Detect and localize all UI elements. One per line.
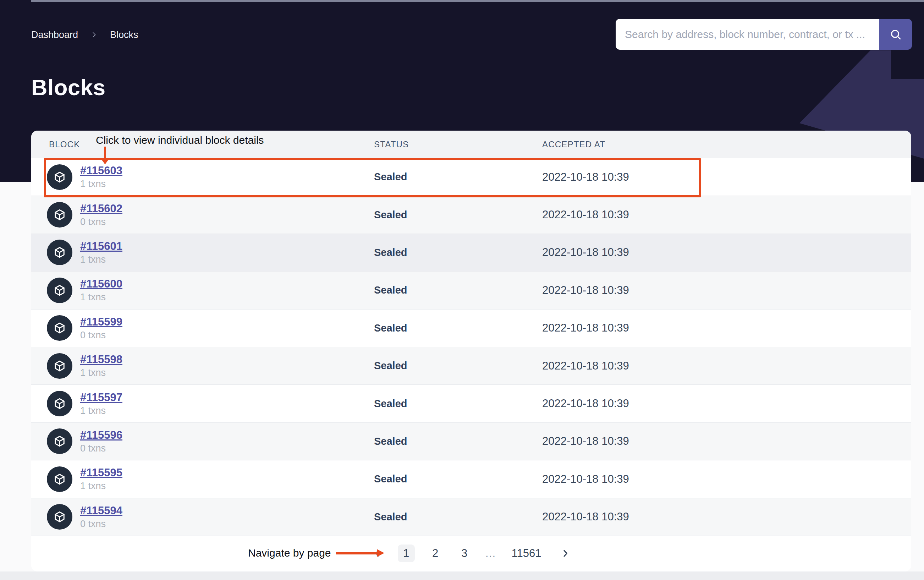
block-cube-icon [47,428,72,454]
block-cell-text: #115595 1 txns [80,466,122,492]
block-cell: #115603 1 txns [47,164,374,190]
block-cell: #115600 1 txns [47,278,374,303]
accepted-at-value: 2022-10-18 10:39 [542,321,911,334]
table-row[interactable]: #115598 1 txns Sealed 2022-10-18 10:39 [31,347,911,384]
accepted-at-value: 2022-10-18 10:39 [542,171,911,183]
block-number-link[interactable]: #115602 [80,202,122,215]
block-cell: #115597 1 txns [47,391,374,416]
block-number-link[interactable]: #115594 [80,504,122,517]
annotation-arrow-right [336,552,378,554]
search-input[interactable] [616,19,879,50]
pagination-next-button[interactable] [557,545,574,562]
breadcrumb-blocks[interactable]: Blocks [110,28,138,42]
search-bar [616,19,912,50]
status-value: Sealed [374,247,542,259]
block-cell-text: #115603 1 txns [80,164,122,189]
block-number-link[interactable]: #115603 [80,164,122,177]
block-cell-text: #115599 0 txns [80,316,122,341]
pagination: 123…11561 [31,536,911,571]
table-row[interactable]: #115603 1 txns Sealed 2022-10-18 10:39 [31,158,911,196]
block-txns-count: 1 txns [80,254,122,265]
table-row[interactable]: #115602 0 txns Sealed 2022-10-18 10:39 [31,196,911,233]
table-row[interactable]: #115595 1 txns Sealed 2022-10-18 10:39 [31,460,911,498]
block-cell: #115594 0 txns [47,504,374,530]
search-button[interactable] [879,19,912,50]
column-header-status: STATUS [374,140,542,150]
page-bottom-strip [0,572,924,580]
pagination-page-1[interactable]: 1 [398,544,415,562]
status-value: Sealed [374,209,542,221]
block-cube-icon [47,278,72,303]
accepted-at-value: 2022-10-18 10:39 [542,511,911,523]
block-number-link[interactable]: #115599 [80,316,122,328]
block-number-link[interactable]: #115595 [80,466,122,479]
block-txns-count: 0 txns [80,216,122,227]
block-txns-count: 1 txns [80,405,122,416]
block-cell: #115599 0 txns [47,315,374,341]
accepted-at-value: 2022-10-18 10:39 [542,246,911,259]
status-value: Sealed [374,435,542,447]
annotation-arrow-down-head [101,159,109,164]
block-cube-icon [47,164,72,190]
block-cube-icon [47,466,72,492]
status-value: Sealed [374,473,542,485]
table-row[interactable]: #115594 0 txns Sealed 2022-10-18 10:39 [31,498,911,536]
status-value: Sealed [374,284,542,296]
block-cell-text: #115596 0 txns [80,429,122,454]
block-txns-count: 1 txns [80,292,122,303]
status-value: Sealed [374,171,542,183]
block-cube-icon [47,202,72,227]
block-cell-text: #115598 1 txns [80,353,122,378]
block-cube-icon [47,315,72,341]
table-row[interactable]: #115601 1 txns Sealed 2022-10-18 10:39 [31,234,911,271]
block-number-link[interactable]: #115597 [80,391,122,404]
top-divider-line [31,0,924,2]
chevron-right-icon [90,31,98,39]
table-row[interactable]: #115596 0 txns Sealed 2022-10-18 10:39 [31,422,911,460]
table-row[interactable]: #115597 1 txns Sealed 2022-10-18 10:39 [31,384,911,422]
block-cube-icon [47,353,72,379]
status-value: Sealed [374,511,542,523]
accepted-at-value: 2022-10-18 10:39 [542,435,911,448]
accepted-at-value: 2022-10-18 10:39 [542,284,911,297]
breadcrumb: Dashboard Blocks [31,28,138,42]
page-title: Blocks [31,74,106,100]
pagination-page-2[interactable]: 2 [427,544,444,562]
block-txns-count: 0 txns [80,330,122,341]
accepted-at-value: 2022-10-18 10:39 [542,359,911,372]
block-txns-count: 1 txns [80,481,122,492]
search-icon [889,28,902,41]
block-cell: #115602 0 txns [47,202,374,227]
annotation-arrow-right-head [377,549,384,557]
block-number-link[interactable]: #115596 [80,429,122,442]
annotation-arrow-down [104,147,106,159]
block-number-link[interactable]: #115598 [80,353,122,366]
block-number-link[interactable]: #115600 [80,278,122,290]
status-value: Sealed [374,360,542,372]
chevron-right-icon [560,548,571,559]
block-txns-count: 1 txns [80,367,122,378]
block-cell-text: #115600 1 txns [80,278,122,303]
block-cell: #115595 1 txns [47,466,374,492]
pagination-page-11561[interactable]: 11561 [508,544,545,562]
blocks-table-card: BLOCK STATUS ACCEPTED AT #115603 1 txns … [31,131,911,572]
annotation-row-note: Click to view individual block details [96,134,264,146]
block-number-link[interactable]: #115601 [80,240,122,253]
block-cube-icon [47,504,72,530]
status-value: Sealed [374,398,542,410]
block-cube-icon [47,391,72,416]
pagination-page-3[interactable]: 3 [456,544,473,562]
block-cell-text: #115594 0 txns [80,504,122,530]
column-header-accepted-at: ACCEPTED AT [542,140,911,150]
breadcrumb-dashboard[interactable]: Dashboard [31,28,78,42]
status-value: Sealed [374,322,542,334]
table-row[interactable]: #115599 0 txns Sealed 2022-10-18 10:39 [31,309,911,347]
block-cell: #115598 1 txns [47,353,374,379]
block-txns-count: 0 txns [80,519,122,530]
block-cube-icon [47,240,72,265]
block-cell-text: #115597 1 txns [80,391,122,416]
annotation-page-note: Navigate by page [248,547,331,559]
accepted-at-value: 2022-10-18 10:39 [542,208,911,221]
table-row[interactable]: #115600 1 txns Sealed 2022-10-18 10:39 [31,271,911,309]
accepted-at-value: 2022-10-18 10:39 [542,473,911,486]
